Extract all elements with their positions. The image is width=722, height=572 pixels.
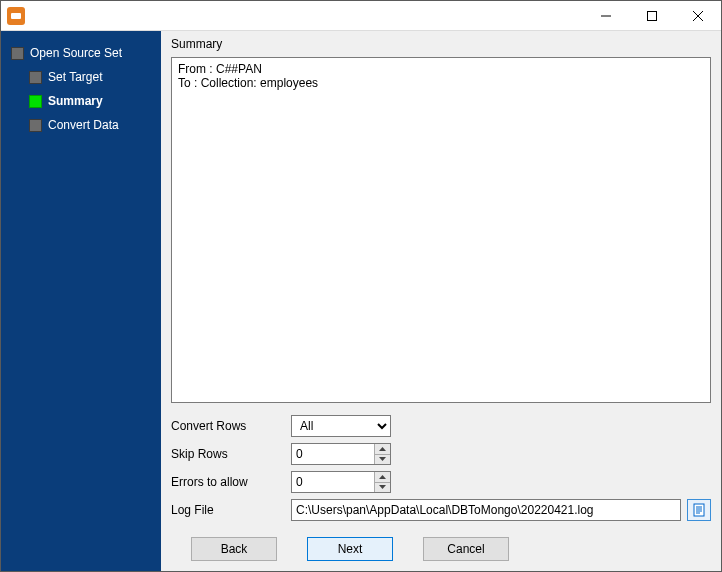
step-set-target[interactable]: Set Target: [29, 65, 161, 89]
skip-rows-label: Skip Rows: [171, 447, 291, 461]
app-icon: [7, 7, 25, 25]
errors-up[interactable]: [374, 472, 390, 483]
browse-log-file-button[interactable]: [687, 499, 711, 521]
errors-label: Errors to allow: [171, 475, 291, 489]
summary-heading: Summary: [171, 37, 711, 51]
minimize-button[interactable]: [583, 1, 629, 31]
svg-rect-1: [648, 11, 657, 20]
titlebar: [1, 1, 721, 31]
close-button[interactable]: [675, 1, 721, 31]
step-box-icon: [29, 71, 42, 84]
next-button[interactable]: Next: [307, 537, 393, 561]
svg-marker-5: [379, 457, 386, 461]
svg-marker-6: [379, 475, 386, 479]
step-label: Open Source Set: [30, 46, 122, 60]
back-button[interactable]: Back: [191, 537, 277, 561]
document-icon: [692, 503, 706, 517]
svg-marker-4: [379, 447, 386, 451]
maximize-button[interactable]: [629, 1, 675, 31]
step-box-icon: [11, 47, 24, 60]
step-label: Convert Data: [48, 118, 119, 132]
convert-rows-label: Convert Rows: [171, 419, 291, 433]
log-file-label: Log File: [171, 503, 291, 517]
window-controls: [583, 1, 721, 31]
main-panel: Summary From : C##PAN To : Collection: e…: [161, 31, 721, 571]
step-label: Summary: [48, 94, 103, 108]
wizard-steps-sidebar: Open Source Set Set Target Summary Conve…: [1, 31, 161, 571]
step-summary[interactable]: Summary: [29, 89, 161, 113]
step-box-icon: [29, 95, 42, 108]
convert-rows-select[interactable]: All: [291, 415, 391, 437]
errors-down[interactable]: [374, 483, 390, 493]
summary-text-area[interactable]: From : C##PAN To : Collection: employees: [171, 57, 711, 403]
wizard-window: Open Source Set Set Target Summary Conve…: [0, 0, 722, 572]
wizard-buttons: Back Next Cancel: [191, 537, 711, 561]
svg-rect-8: [694, 504, 704, 516]
skip-rows-down[interactable]: [374, 455, 390, 465]
log-file-input[interactable]: [291, 499, 681, 521]
step-open-source-set[interactable]: Open Source Set: [11, 41, 161, 65]
step-label: Set Target: [48, 70, 102, 84]
step-convert-data[interactable]: Convert Data: [29, 113, 161, 137]
cancel-button[interactable]: Cancel: [423, 537, 509, 561]
step-box-icon: [29, 119, 42, 132]
skip-rows-up[interactable]: [374, 444, 390, 455]
options-form: Convert Rows All Skip Rows: [171, 415, 711, 521]
svg-marker-7: [379, 485, 386, 489]
